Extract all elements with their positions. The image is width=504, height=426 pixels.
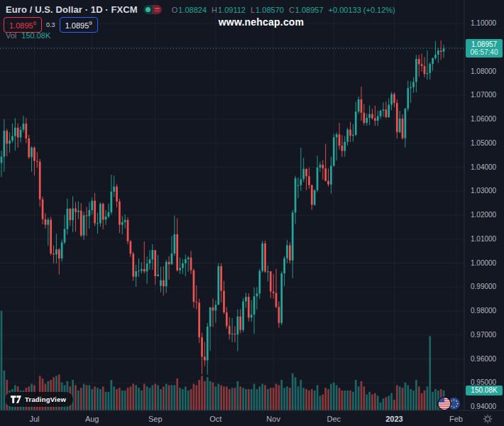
time-tick-label: Dec bbox=[327, 415, 341, 423]
bid-price-pip: 6 bbox=[33, 20, 36, 26]
close-value: 1.08957 bbox=[295, 6, 324, 14]
candlestick-chart[interactable] bbox=[0, 0, 504, 426]
tradingview-chart-window: 0.940000.950000.960000.970000.980000.990… bbox=[0, 0, 504, 426]
time-tick-label: 2023 bbox=[385, 415, 402, 423]
symbol-title[interactable]: Euro / U.S. Dollar · 1D · FXCM bbox=[6, 4, 138, 15]
ohlc-values: O1.08824 H1.09112 L1.08570 C1.08957 +0.0… bbox=[172, 6, 395, 14]
time-tick-label: Jul bbox=[29, 415, 39, 423]
red-line-icon bbox=[155, 11, 160, 12]
buy-sell-toggle[interactable] bbox=[143, 5, 162, 14]
time-tick-label: Oct bbox=[209, 415, 221, 423]
red-line-icon bbox=[155, 8, 160, 9]
bid-ask-panel: 1.08956 0.3 1.08959 bbox=[4, 17, 98, 33]
close-label: C bbox=[289, 6, 295, 14]
spread-value: 0.3 bbox=[46, 21, 55, 28]
high-label: H bbox=[212, 6, 217, 14]
tradingview-logo-link[interactable]: TradingView bbox=[5, 392, 73, 407]
tradingview-icon bbox=[11, 395, 21, 403]
price-tick-label: 1.06000 bbox=[471, 115, 496, 123]
volume-legend: Vol 150.08K bbox=[6, 31, 50, 40]
ask-price-pip: 9 bbox=[89, 20, 92, 26]
price-tick-label: 1.03000 bbox=[471, 187, 496, 195]
price-tick-label: 1.02000 bbox=[471, 211, 496, 219]
green-dot-icon bbox=[146, 7, 150, 12]
price-tick-label: 0.94000 bbox=[471, 403, 496, 410]
price-tick-label: 1.08000 bbox=[471, 67, 496, 75]
buy-button[interactable]: 1.08959 bbox=[60, 17, 98, 33]
change-value: +0.00133 (+0.12%) bbox=[329, 6, 395, 14]
price-tick-label: 1.00000 bbox=[471, 259, 496, 267]
sell-button[interactable]: 1.08956 bbox=[4, 17, 42, 33]
price-tick-label: 1.07000 bbox=[471, 91, 496, 99]
last-price-badge: 1.08957 06:57:40 bbox=[466, 39, 503, 58]
time-tick-label: Feb bbox=[449, 415, 463, 423]
price-tick-label: 0.99000 bbox=[471, 283, 496, 290]
open-label: O bbox=[172, 6, 178, 14]
open-value: 1.08824 bbox=[178, 6, 207, 14]
volume-badge: 150.08K bbox=[466, 386, 503, 395]
volume-label: Vol bbox=[6, 31, 16, 40]
time-tick-label: Sep bbox=[148, 415, 163, 423]
price-tick-label: 0.96000 bbox=[471, 355, 496, 363]
low-value: 1.08570 bbox=[256, 6, 284, 14]
price-tick-label: 1.10000 bbox=[471, 19, 496, 27]
time-tick-label: Aug bbox=[85, 415, 99, 423]
bar-close-countdown: 06:57:40 bbox=[466, 48, 503, 56]
price-tick-label: 0.97000 bbox=[471, 331, 496, 339]
toggle-on-segment bbox=[143, 5, 153, 14]
low-label: L bbox=[251, 6, 255, 14]
price-tick-label: 0.98000 bbox=[471, 307, 496, 315]
time-tick-label: Nov bbox=[266, 415, 280, 423]
price-tick-label: 1.05000 bbox=[471, 139, 496, 147]
ask-price: 1.0895 bbox=[65, 21, 89, 30]
price-tick-label: 1.01000 bbox=[471, 235, 496, 243]
bid-price: 1.0895 bbox=[9, 21, 33, 30]
time-axis-settings-gear-icon[interactable] bbox=[483, 414, 493, 424]
toggle-menu-segment bbox=[153, 5, 162, 14]
site-watermark: www.nehcap.com bbox=[219, 16, 305, 28]
eurusd-pair-flags-icon bbox=[437, 395, 462, 413]
high-value: 1.09112 bbox=[218, 6, 246, 14]
volume-value: 150.08K bbox=[21, 31, 50, 40]
chart-legend: Euro / U.S. Dollar · 1D · FXCM O1.08824 … bbox=[6, 4, 395, 15]
last-price-value: 1.08957 bbox=[466, 40, 503, 48]
price-tick-label: 1.04000 bbox=[471, 163, 496, 171]
tradingview-logo-text: TradingView bbox=[25, 395, 66, 403]
